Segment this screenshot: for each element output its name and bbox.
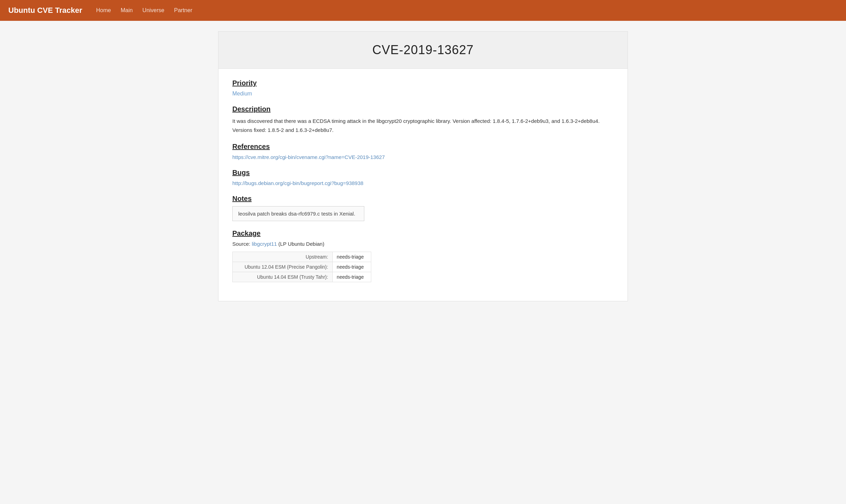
- navbar-brand[interactable]: Ubuntu CVE Tracker: [8, 6, 82, 15]
- package-heading: Package: [232, 229, 614, 237]
- cve-title: CVE-2019-13627: [225, 43, 621, 57]
- description-section: Description It was discovered that there…: [232, 105, 614, 134]
- table-cell-value: needs-triage: [332, 252, 371, 262]
- navbar: Ubuntu CVE Tracker Home Main Universe Pa…: [0, 0, 846, 21]
- table-row: Ubuntu 14.04 ESM (Trusty Tahr): needs-tr…: [233, 272, 371, 282]
- priority-heading: Priority: [232, 79, 614, 87]
- notes-section: Notes leosilva patch breaks dsa-rfc6979.…: [232, 195, 614, 221]
- cve-title-section: CVE-2019-13627: [218, 32, 628, 69]
- bugs-heading: Bugs: [232, 169, 614, 177]
- bugs-section: Bugs http://bugs.debian.org/cgi-bin/bugr…: [232, 169, 614, 186]
- navbar-links: Home Main Universe Partner: [96, 7, 192, 14]
- nav-universe[interactable]: Universe: [142, 7, 164, 14]
- references-section: References https://cve.mitre.org/cgi-bin…: [232, 143, 614, 160]
- description-heading: Description: [232, 105, 614, 113]
- priority-value: Medium: [232, 91, 614, 97]
- table-cell-value: needs-triage: [332, 262, 371, 272]
- package-source-link[interactable]: libgcrypt11: [252, 241, 277, 247]
- page-wrapper: CVE-2019-13627 Priority Medium Descripti…: [218, 31, 628, 301]
- table-row: Ubuntu 12.04 ESM (Precise Pangolin): nee…: [233, 262, 371, 272]
- nav-home[interactable]: Home: [96, 7, 111, 14]
- table-cell-label: Upstream:: [233, 252, 333, 262]
- table-cell-label: Ubuntu 12.04 ESM (Precise Pangolin):: [233, 262, 333, 272]
- package-table: Upstream: needs-triage Ubuntu 12.04 ESM …: [232, 252, 371, 282]
- table-cell-label: Ubuntu 14.04 ESM (Trusty Tahr):: [233, 272, 333, 282]
- table-cell-value: needs-triage: [332, 272, 371, 282]
- references-link[interactable]: https://cve.mitre.org/cgi-bin/cvename.cg…: [232, 154, 385, 160]
- notes-box: leosilva patch breaks dsa-rfc6979.c test…: [232, 206, 364, 221]
- table-row: Upstream: needs-triage: [233, 252, 371, 262]
- package-source-extra: (LP Ubuntu Debian): [277, 241, 324, 247]
- nav-main[interactable]: Main: [121, 7, 133, 14]
- description-text: It was discovered that there was a ECDSA…: [232, 117, 614, 134]
- package-source-prefix: Source:: [232, 241, 252, 247]
- package-source: Source: libgcrypt11 (LP Ubuntu Debian): [232, 241, 614, 247]
- references-heading: References: [232, 143, 614, 151]
- nav-partner[interactable]: Partner: [174, 7, 192, 14]
- bugs-link[interactable]: http://bugs.debian.org/cgi-bin/bugreport…: [232, 180, 363, 186]
- content-section: Priority Medium Description It was disco…: [218, 69, 628, 301]
- package-section: Package Source: libgcrypt11 (LP Ubuntu D…: [232, 229, 614, 282]
- priority-section: Priority Medium: [232, 79, 614, 97]
- notes-heading: Notes: [232, 195, 614, 203]
